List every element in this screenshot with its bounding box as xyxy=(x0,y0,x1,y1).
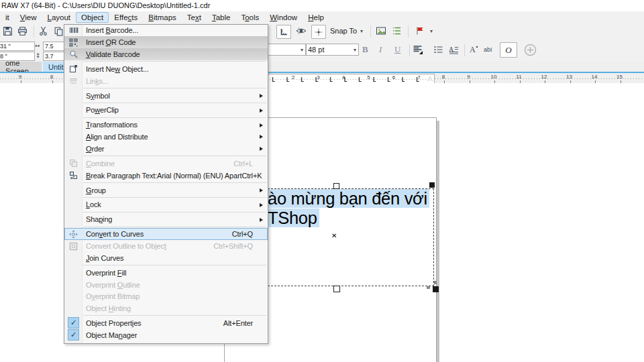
handle-top-center[interactable] xyxy=(333,183,339,189)
copy-icon[interactable] xyxy=(54,26,64,36)
menu-item-overprint-fill[interactable]: Overprint Fill xyxy=(64,267,268,279)
object-center-marker-icon[interactable]: ✕ xyxy=(331,232,337,239)
tab-stop-marker[interactable]: L xyxy=(315,78,319,83)
options-image-icon[interactable] xyxy=(376,26,386,36)
cut-icon[interactable] xyxy=(38,26,48,36)
tab-stop-marker[interactable]: L xyxy=(373,78,376,83)
font-size-chevron-icon[interactable]: ▾ xyxy=(354,47,356,53)
menu-item-insert-qr-code[interactable]: Insert QR Code xyxy=(64,36,268,48)
launcher-flag-icon[interactable] xyxy=(415,26,425,36)
snap-to-dropdown[interactable]: Snap To xyxy=(330,27,357,35)
submenu-arrow-icon xyxy=(260,203,263,207)
edit-text-icon[interactable]: A xyxy=(469,45,479,54)
menubar-item-tools[interactable]: Tools xyxy=(235,12,264,23)
menu-shortcut: Ctrl+Shift+Q xyxy=(213,242,268,250)
indent-marker-icon[interactable] xyxy=(427,76,433,81)
tab-stop-marker[interactable]: L xyxy=(344,78,347,83)
page-shadow xyxy=(437,121,439,362)
launcher-chevron-icon[interactable]: ▾ xyxy=(430,28,433,34)
add-more-icon[interactable] xyxy=(524,44,537,56)
tab-stop-marker[interactable]: L xyxy=(387,78,390,83)
text-alignment-icon[interactable] xyxy=(413,45,423,55)
menubar-item-table[interactable]: Table xyxy=(207,12,236,23)
submenu-arrow-icon xyxy=(260,94,263,98)
menu-item-object-manager[interactable]: ✓Object Manager xyxy=(64,329,268,341)
handle-bottom-right[interactable] xyxy=(433,286,439,292)
convert-curves-icon xyxy=(69,230,78,239)
tab-stop-marker[interactable]: L xyxy=(286,78,290,83)
grid-eye-icon[interactable] xyxy=(296,26,307,36)
drop-cap-icon[interactable]: A xyxy=(449,45,459,54)
font-list-chevron-icon[interactable]: ▾ xyxy=(301,47,303,53)
tab-stop-marker[interactable]: L xyxy=(272,78,275,83)
menu-item-group[interactable]: Group xyxy=(64,184,268,196)
menu-item-order[interactable]: Order xyxy=(64,143,268,155)
bold-button[interactable]: B xyxy=(362,44,368,55)
menu-shortcut: Ctrl+L xyxy=(233,160,268,168)
tab-stop-marker[interactable]: L xyxy=(301,78,304,83)
menu-shortcut: Alt+Enter xyxy=(223,319,268,327)
menubar-item-view[interactable]: View xyxy=(15,12,42,23)
tab-stop-marker[interactable]: L xyxy=(329,78,333,83)
tab-stop-marker[interactable]: L xyxy=(402,78,405,83)
text-frame-selection[interactable] xyxy=(268,188,434,286)
menu-item-align-and-distribute[interactable]: Align and Distribute xyxy=(64,131,268,143)
ruler-number: 8 xyxy=(50,74,53,80)
text-flow-handle-icon[interactable] xyxy=(427,286,430,289)
customize-list-icon[interactable] xyxy=(392,26,402,36)
menubar-item-bitmaps[interactable]: Bitmaps xyxy=(143,12,182,23)
svg-text:OLE: OLE xyxy=(70,80,76,84)
underline-button[interactable]: U xyxy=(394,44,400,55)
save-icon[interactable] xyxy=(3,26,13,36)
menu-item-validate-barcode[interactable]: Validate Barcode xyxy=(64,48,268,60)
ruler-number: 9 xyxy=(467,74,470,80)
font-list-dropdown[interactable]: ▾ xyxy=(266,44,306,56)
text-expand-handle-icon[interactable] xyxy=(434,281,437,284)
menubar-item-window[interactable]: Window xyxy=(264,12,303,23)
snap-to-chevron-icon[interactable]: ▾ xyxy=(360,28,363,34)
text-ruler-number: 6 xyxy=(392,74,395,80)
menubar-item-layout[interactable]: Layout xyxy=(42,12,76,23)
menu-item-transformations[interactable]: Transformations xyxy=(64,119,268,131)
bulleted-list-icon[interactable] xyxy=(433,45,443,54)
guidelines-toggle-button[interactable] xyxy=(311,25,326,39)
menu-item-join-curves[interactable]: Join Curves xyxy=(64,252,268,264)
menu-item-shaping[interactable]: Shaping xyxy=(64,214,268,226)
magnifier-icon xyxy=(69,50,78,58)
menu-item-insert-new-object[interactable]: Insert New Object... xyxy=(64,63,268,75)
print-icon[interactable] xyxy=(17,26,28,36)
italic-button[interactable]: I xyxy=(379,44,382,55)
menu-item-lock[interactable]: Lock xyxy=(64,199,268,211)
menu-shortcut: Ctrl+Q xyxy=(232,230,268,238)
menu-item-powerclip[interactable]: PowerClip xyxy=(64,105,268,117)
tab-stop-marker[interactable]: L xyxy=(416,78,419,83)
font-size-dropdown[interactable]: 48 pt ▾ xyxy=(306,44,359,56)
menu-item-convert-to-curves[interactable]: Convert to CurvesCtrl+Q xyxy=(64,228,268,240)
menu-item-break-paragraph-text-arial-normal-enu-apart[interactable]: Break Paragraph Text:Arial (Normal) (ENU… xyxy=(64,170,268,182)
menubar-item-help[interactable]: Help xyxy=(303,12,329,23)
page-left-border xyxy=(224,343,225,362)
checkmark-icon: ✓ xyxy=(68,329,79,341)
ruler-number: 12 xyxy=(541,74,547,80)
tab-welcome-screen[interactable]: ome Screen xyxy=(0,62,42,72)
submenu-arrow-icon xyxy=(260,218,263,222)
menubar-item-text[interactable]: Text xyxy=(182,12,207,23)
paragraph-text-ruler[interactable]: 234567LLLLLLLLLLL xyxy=(268,74,435,84)
menu-item-symbol[interactable]: Symbol xyxy=(64,90,268,102)
menubar-item-object[interactable]: Object xyxy=(76,12,109,23)
menu-item-insert-barcode[interactable]: Insert Barcode... xyxy=(64,25,268,37)
handle-bottom-center[interactable] xyxy=(333,286,340,292)
menubar-item-it[interactable]: it xyxy=(0,12,15,23)
insert-character-icon[interactable]: abI xyxy=(484,46,492,53)
title-bar: RAW X7 (64-Bit) - C:\Users\DIU DUONG\Des… xyxy=(0,0,644,11)
menu-bar: itViewLayoutObjectEffectsBitmapsTextTabl… xyxy=(0,11,644,23)
menubar-item-effects[interactable]: Effects xyxy=(109,12,143,23)
menu-item-object-properties[interactable]: ✓Object PropertiesAlt+Enter xyxy=(64,317,268,329)
tab-stop-marker[interactable]: L xyxy=(358,78,362,83)
submenu-arrow-icon xyxy=(260,188,263,192)
rulers-toggle-button[interactable] xyxy=(276,25,291,39)
object-position-x-field[interactable]: 631 " xyxy=(0,42,35,51)
outline-toggle-button[interactable]: O xyxy=(500,42,517,58)
menu-shortcut: Ctrl+K xyxy=(241,172,276,180)
handle-top-right[interactable] xyxy=(429,182,435,188)
